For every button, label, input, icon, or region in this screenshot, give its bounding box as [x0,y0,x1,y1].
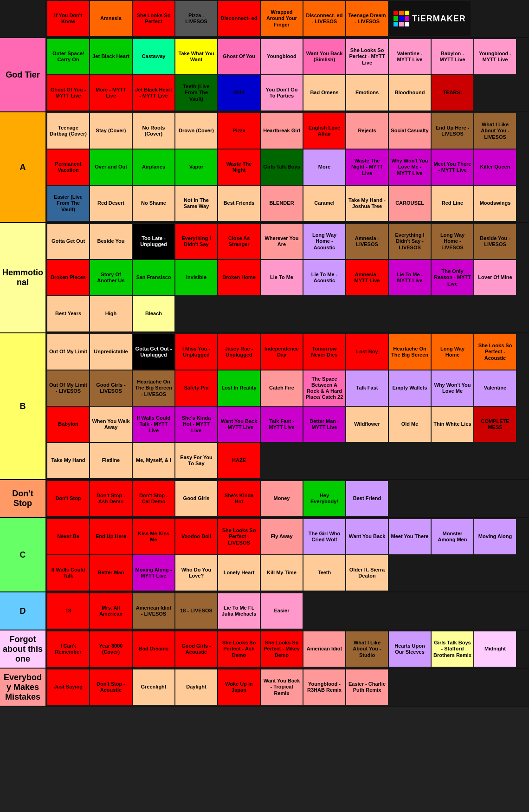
song-card: Lost In Reality [218,370,260,406]
song-card: Midnight [474,631,516,667]
song-card: I Can't Remember [47,631,89,667]
song-card: Teeth [303,555,345,591]
song-card: Meet You There [389,519,431,554]
song-card: Wrapped Around Your Finger [261,1,303,36]
song-card: Take My Hand [47,443,89,478]
song-card: Long Way Home - LIVESOS [432,224,473,259]
song-card: More [303,149,345,185]
tiermaker-logo: TiERMAKER [389,1,471,36]
song-card: Pizza - LIVESOS [175,1,217,36]
header-songs: If You Don't KnowAmnesiaShe Looks So Per… [46,0,529,37]
song-card: HAZE [218,443,260,478]
song-card: Lie To Me [261,260,303,295]
song-card: Year 3000 (Cover) [90,631,132,667]
song-card: Youngblood - MYTT Live [474,39,516,74]
song-card: Mrs. All American [90,593,132,629]
song-card: Good Girls - Acoustic [175,631,217,667]
song-card: Long Way Home - Acoustic [303,224,345,259]
song-card: Woke Up in Japan [218,669,260,705]
song-card: Tomorrow Never Dies [303,334,345,370]
song-card: Moodswings [474,186,516,221]
song-card: Out Of My Limit [47,334,89,370]
song-card: Unpredictable [90,334,132,370]
song-card: What I Like About You - Studio [346,631,388,667]
song-card: COMPLETE MESS [474,407,516,442]
song-card: Don't Stop - Ash Demo [90,481,132,516]
tier-content-god: Outer Space/ Carry OnJet Black HeartCast… [46,38,529,111]
song-card: American Idiot - LIVESOS [133,593,174,629]
song-card: When You Walk Away [90,407,132,442]
song-card: Hearts Upon Our Sleeves [389,631,431,667]
song-card: Disconnect- ed [218,1,260,36]
tier-row-b: BOut Of My LimitUnpredictableGotta Get O… [0,333,529,480]
song-card: CAROUSEL [389,186,431,221]
song-card: Amnesia - LIVESOS [346,224,388,259]
song-card: English Love Affair [303,113,345,149]
song-card: Wherever You Are [261,224,303,259]
song-card: Out Of My Limit - LIVESOS [47,370,89,406]
song-card: Jasey Rae - Unplugged [218,334,260,370]
song-card: Money [261,481,303,516]
tier-label-a: A [0,112,46,222]
song-card: Drown (Cover) [175,113,217,149]
song-card: Caramel [303,186,345,221]
song-card: The Space Between A Rock & A Hard Place/… [303,370,345,406]
song-card: Never Be [47,519,89,554]
song-card: Don't Stop - Cal Demo [133,481,174,516]
song-card: Over and Out [90,149,132,185]
tier-label-mistakes: Everybody Makes Mistakes [0,669,46,706]
song-card: Greenlight [133,669,174,705]
header-row: If You Don't KnowAmnesiaShe Looks So Per… [0,0,529,38]
song-card: Old Me [389,407,431,442]
song-card: Bloodhound [389,75,431,110]
song-card: Everything I Didn't Say - LIVESOS [389,224,431,259]
song-card: More - MYTT Live [90,75,132,110]
song-card: Too Late - Unplugged [133,224,174,259]
song-card: Jet Black Heart [90,39,132,74]
song-card: Easier (Live From The Vault) [47,186,89,221]
song-card: Social Casualty [389,113,431,149]
song-card: The Only Reason - MYTT Live [432,260,473,295]
song-card: Take What You Want [175,39,217,74]
song-card: Better Man - MYTT Live [303,407,345,442]
song-card: She Looks So Perfect - Ash Demo [218,631,260,667]
song-card: Better Man [90,555,132,591]
song-card: Babylon - MYTT Live [432,39,473,74]
tier-label-dontstop: Don't Stop [0,480,46,517]
song-card: Moving Along - MYTT Live [133,555,174,591]
song-card: Story Of Another Us [90,260,132,295]
song-card: Killer Queen [474,149,516,185]
song-card: Me, Myself, & I [133,443,174,478]
song-card: Wildflower [346,407,388,442]
song-card: What I Like About You - LIVESOS [474,113,516,149]
song-card: Kill My Time [261,555,303,591]
song-card: End Up Here [90,519,132,554]
song-card: Don't Stop [47,481,89,516]
song-card: Broken Pieces [47,260,89,295]
song-card: I Miss You - Unplugged [175,334,217,370]
song-card: Flatline [90,443,132,478]
song-card: Youngblood - R3HAB Remix [303,669,345,705]
song-card: Why Won't You Love Me [432,370,473,406]
song-card: She Looks So Perfect - MYTT Live [346,39,388,74]
song-card: You Don't Go To Parties [261,75,303,110]
song-card: Talk Fast [346,370,388,406]
song-card: Why Won't You Love Me - MYTT Live [389,149,431,185]
song-card: She Looks So Perfect - Acoustic [474,334,516,370]
song-card: Lie To Me - Acoustic [303,260,345,295]
song-card: Catch Fire [261,370,303,406]
song-card: Kiss Me Kiss Me [133,519,174,554]
song-card: She Looks So Perfect [133,1,174,36]
tier-row-d: D18Mrs. All AmericanAmerican Idiot - LIV… [0,592,529,630]
song-card: Stay (Cover) [90,113,132,149]
song-card: Invisible [175,260,217,295]
song-card: Independence Day [261,334,303,370]
tier-label-b: B [0,333,46,479]
song-card: Castaway [133,39,174,74]
song-card: Bad Dreams [133,631,174,667]
song-card: Easier - Charlie Puth Remix [346,669,388,705]
song-card: Waste The Night [218,149,260,185]
tier-label-god: God Tier [0,38,46,111]
song-card: Want You Back - Tropical Remix [261,669,303,705]
tier-content-forgot: I Can't RememberYear 3000 (Cover)Bad Dre… [46,630,529,668]
